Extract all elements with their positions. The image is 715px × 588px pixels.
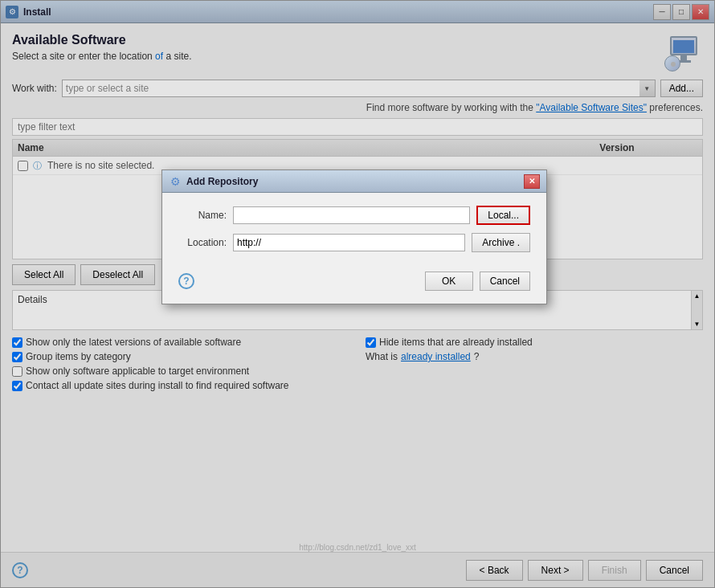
main-window: ⚙ Install ─ □ ✕ Available Software Selec… bbox=[0, 0, 715, 588]
dialog-location-input[interactable] bbox=[233, 234, 465, 251]
dialog-cancel-button[interactable]: Cancel bbox=[480, 272, 530, 291]
dialog-name-row: Name: Local... bbox=[178, 206, 530, 225]
dialog-name-input[interactable] bbox=[233, 206, 470, 224]
modal-overlay: ⚙ Add Repository ✕ Name: Local... Locati… bbox=[1, 1, 714, 587]
local-button[interactable]: Local... bbox=[476, 206, 530, 225]
dialog-location-row: Location: Archive . bbox=[178, 233, 530, 252]
dialog-title: Add Repository bbox=[186, 176, 524, 187]
archive-button[interactable]: Archive . bbox=[472, 233, 530, 252]
dialog-ok-button[interactable]: OK bbox=[425, 272, 473, 291]
dialog-location-label: Location: bbox=[178, 237, 227, 248]
dialog-name-label: Name: bbox=[178, 210, 227, 221]
add-repository-dialog: ⚙ Add Repository ✕ Name: Local... Locati… bbox=[161, 169, 547, 304]
dialog-content: Name: Local... Location: Archive . bbox=[162, 193, 546, 265]
dialog-help-icon[interactable]: ? bbox=[178, 273, 194, 289]
dialog-titlebar: ⚙ Add Repository ✕ bbox=[162, 170, 546, 193]
dialog-close-button[interactable]: ✕ bbox=[524, 174, 540, 189]
dialog-footer: ? OK Cancel bbox=[162, 265, 546, 304]
dialog-title-icon: ⚙ bbox=[169, 175, 182, 188]
